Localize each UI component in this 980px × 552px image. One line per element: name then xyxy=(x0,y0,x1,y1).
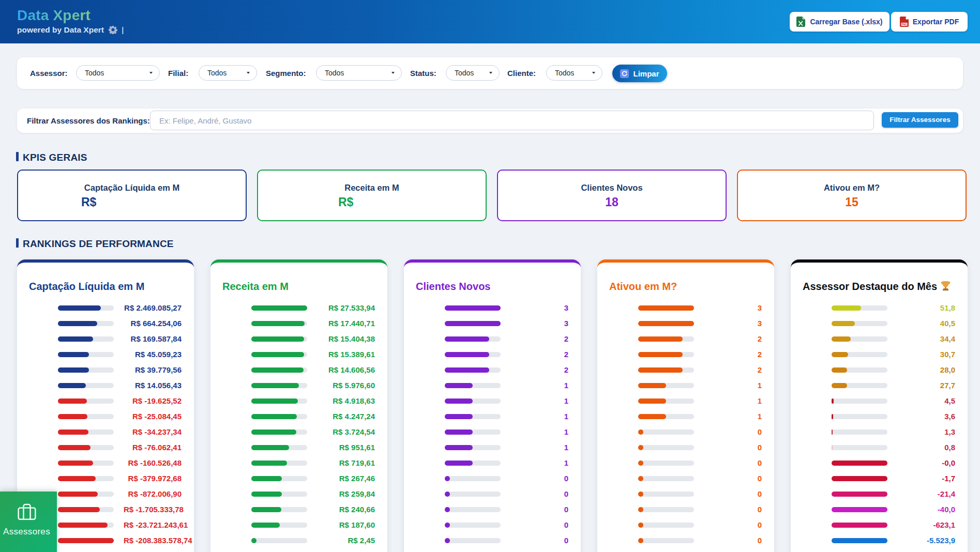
svg-text:PNG: PNG xyxy=(901,23,907,26)
